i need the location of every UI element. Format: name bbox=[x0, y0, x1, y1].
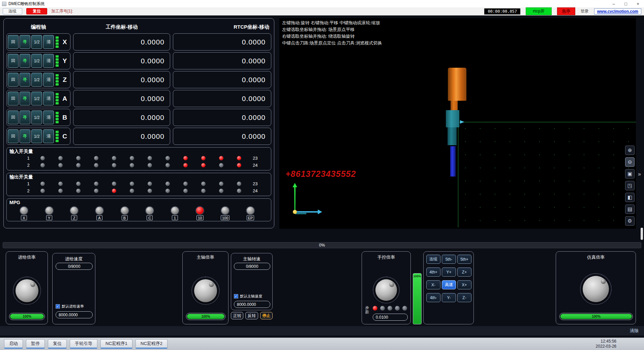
axis-x-seek-button[interactable]: 寻 bbox=[20, 35, 30, 49]
maximize-button[interactable]: □ bbox=[620, 0, 632, 7]
nc-macro-1-button[interactable]: NC宏程序1 bbox=[100, 339, 132, 349]
axis-y-seek-button[interactable]: 寻 bbox=[20, 54, 30, 68]
scrollbar-thumb[interactable] bbox=[641, 228, 643, 240]
step-value-field[interactable]: 0.0100 bbox=[373, 314, 408, 321]
axis-c-half-button[interactable]: 1/2 bbox=[31, 129, 42, 143]
jog-z-minus-button[interactable]: Z- bbox=[457, 293, 471, 302]
axis-rows: 回寻1/2清X0.00000.0000回寻1/2清Y0.00000.0000回寻… bbox=[6, 33, 271, 145]
axis-b-seek-button[interactable]: 寻 bbox=[20, 110, 30, 124]
spindle-stop-button[interactable]: 停止 bbox=[260, 312, 273, 319]
output-switch-panel: 输出开关量 123224 bbox=[6, 173, 271, 196]
axis-z-half-button[interactable]: 1/2 bbox=[31, 73, 42, 87]
axis-c-seek-button[interactable]: 寻 bbox=[20, 129, 30, 143]
axis-a-seek-button[interactable]: 寻 bbox=[20, 92, 30, 105]
led-segment bbox=[56, 140, 59, 142]
nc-macro-2-button[interactable]: NC宏程序2 bbox=[135, 339, 167, 349]
sim-override-knob[interactable] bbox=[583, 276, 609, 302]
continue-button[interactable]: 连续 bbox=[3, 8, 22, 14]
handwheel-guide-button[interactable]: 手轮引导 bbox=[70, 339, 97, 349]
axis-b-clear-button[interactable]: 清 bbox=[43, 110, 54, 124]
view-side-button[interactable]: ◧ bbox=[625, 193, 635, 202]
jog-z-plus-button[interactable]: Z+ bbox=[457, 267, 471, 277]
jog-x-plus-button[interactable]: X+ bbox=[457, 280, 471, 289]
feed-override-knob[interactable] bbox=[16, 279, 38, 302]
mpg-z-button[interactable]: Z bbox=[70, 206, 79, 220]
axis-c-clear-button[interactable]: 清 bbox=[43, 129, 54, 143]
axis-b-half-button[interactable]: 1/2 bbox=[31, 110, 42, 124]
vendor-link[interactable]: www.cvclmotion.com bbox=[594, 8, 641, 14]
triad-x-axis[interactable] bbox=[295, 211, 318, 213]
mpg-x1-button[interactable]: 1 bbox=[171, 206, 179, 220]
default-feed-checkbox[interactable]: 默认进给速率 bbox=[56, 304, 84, 309]
view-settings-button[interactable]: ⚙ bbox=[625, 216, 635, 226]
jog-y-minus-button[interactable]: Y- bbox=[442, 293, 456, 302]
minimize-button[interactable]: – bbox=[608, 0, 620, 7]
rtcp-coordinate-value: 0.0000 bbox=[173, 52, 271, 69]
jog-x-minus-button[interactable]: X- bbox=[426, 280, 440, 289]
axis-x-clear-button[interactable]: 清 bbox=[43, 35, 54, 49]
mpg-y-button[interactable]: Y bbox=[45, 206, 54, 220]
view-iso-button[interactable]: ◳ bbox=[625, 181, 635, 190]
zoom-out-button[interactable]: ⊖ bbox=[625, 157, 635, 167]
mpg-x-button[interactable]: X bbox=[20, 206, 28, 220]
axis-z-seek-button[interactable]: 寻 bbox=[20, 73, 30, 87]
spindle-override-knob[interactable] bbox=[194, 279, 217, 302]
clear-button[interactable]: 清除 bbox=[630, 328, 639, 334]
jog-5th-minus-button[interactable]: 5th- bbox=[442, 255, 456, 264]
axis-z-clear-button[interactable]: 清 bbox=[43, 73, 54, 87]
mpg-c-button[interactable]: C bbox=[145, 206, 154, 220]
mpg-knob-icon bbox=[195, 206, 204, 215]
axis-a-home-button[interactable]: 回 bbox=[8, 92, 19, 105]
axis-x-home-button[interactable]: 回 bbox=[8, 35, 19, 49]
3d-viewport[interactable]: 左键拖动:旋转 右键拖动:平移 中键拖动或滚轮:缩放左键选取坐标轴并拖动: 场景… bbox=[279, 18, 636, 229]
jog-rapid-button[interactable]: 高速 bbox=[442, 280, 456, 289]
panel-expand-chevron-icon[interactable]: » bbox=[638, 171, 641, 177]
mpg-knob-icon bbox=[20, 206, 28, 215]
login-button[interactable]: 登录 bbox=[581, 8, 589, 14]
mpg-ep-button[interactable]: EP bbox=[246, 206, 255, 220]
view-grid-button[interactable]: ▤ bbox=[625, 204, 635, 214]
axis-y-home-button[interactable]: 回 bbox=[8, 54, 19, 68]
axis-z-home-button[interactable]: 回 bbox=[8, 73, 19, 87]
axis-led-indicator bbox=[56, 131, 59, 142]
viewport-help-text: 右键选取坐标轴并拖动: 绕选取轴旋转 bbox=[282, 33, 382, 40]
pause-button[interactable]: 暂停 bbox=[26, 339, 45, 349]
estop-button[interactable]: 急停 bbox=[557, 7, 575, 15]
default-feed-value-field[interactable]: 8000.0000 bbox=[56, 311, 93, 318]
axis-x-half-button[interactable]: 1/2 bbox=[31, 35, 42, 49]
jog-y-plus-button[interactable]: Y+ bbox=[442, 267, 456, 277]
default-spindle-value-field[interactable]: 8000.0000 bbox=[234, 301, 270, 308]
rtcp-toggle-button[interactable]: rtcp开 bbox=[526, 7, 552, 15]
axis-y-half-button[interactable]: 1/2 bbox=[31, 54, 42, 68]
zoom-in-button[interactable]: ⊕ bbox=[625, 146, 635, 155]
reset-button[interactable]: 复位 bbox=[26, 8, 47, 14]
jog-4th-minus-button[interactable]: 4th- bbox=[426, 293, 440, 302]
reset-button[interactable]: 复位 bbox=[48, 339, 67, 349]
axis-a-half-button[interactable]: 1/2 bbox=[31, 92, 42, 105]
spindle-forward-button[interactable]: 正转 bbox=[231, 312, 243, 319]
mpg-title: MPG bbox=[9, 200, 268, 206]
mpg-x100-button[interactable]: 100 bbox=[221, 206, 229, 220]
axis-a-clear-button[interactable]: 清 bbox=[43, 92, 54, 105]
axis-led-indicator bbox=[56, 112, 59, 123]
jog-continuous-button[interactable]: 连续 bbox=[426, 255, 440, 264]
close-button[interactable]: × bbox=[632, 0, 644, 7]
mpg-b-button[interactable]: B bbox=[120, 206, 129, 220]
input-1-led-5 bbox=[112, 156, 116, 160]
manual-override-percent: 100% bbox=[413, 275, 421, 324]
view-top-button[interactable]: ▣ bbox=[625, 169, 635, 179]
start-button[interactable]: 启动 bbox=[4, 339, 23, 349]
spindle-reverse-button[interactable]: 反转 bbox=[245, 312, 258, 319]
axis-y-clear-button[interactable]: 清 bbox=[43, 54, 54, 68]
triad-z-axis[interactable] bbox=[294, 187, 296, 212]
tool-neck bbox=[451, 101, 458, 110]
watermark-text: +8613723435552 bbox=[285, 169, 356, 179]
mpg-a-button[interactable]: A bbox=[95, 206, 104, 220]
mpg-x10-button[interactable]: 10 bbox=[195, 206, 204, 220]
default-spindle-checkbox[interactable]: 默认主轴速度 bbox=[234, 294, 262, 299]
jog-5th-plus-button[interactable]: 5th+ bbox=[457, 255, 471, 264]
jog-4th-plus-button[interactable]: 4th+ bbox=[426, 267, 440, 277]
manual-override-knob[interactable] bbox=[375, 279, 397, 301]
axis-c-home-button[interactable]: 回 bbox=[8, 129, 19, 143]
axis-b-home-button[interactable]: 回 bbox=[8, 110, 19, 124]
